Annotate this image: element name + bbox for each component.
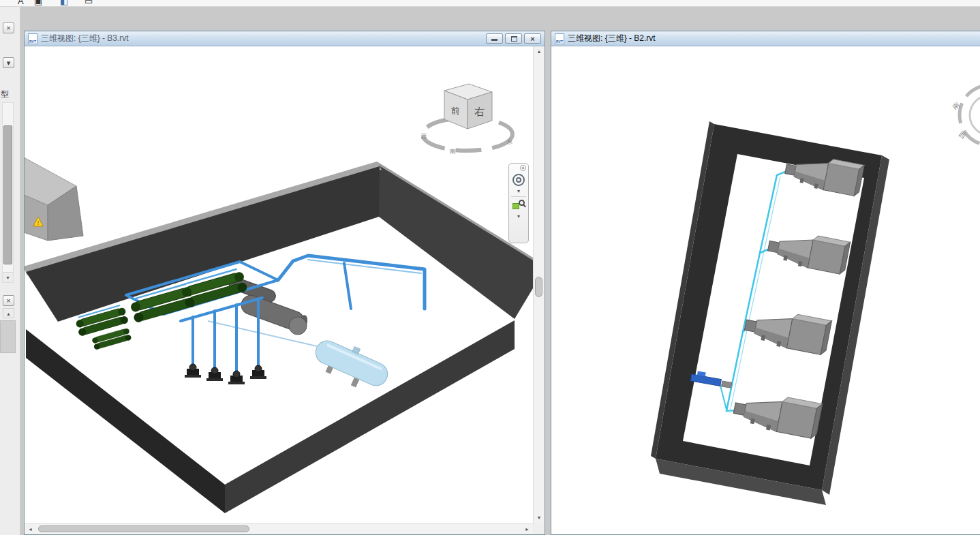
panel-close-button[interactable]: × [3, 295, 14, 306]
ribbon-bottom-strip: A ▣ ◧ ▭ [0, 0, 980, 7]
navigation-bar: ▾ ▾ [508, 163, 529, 243]
chevron-down-icon[interactable]: ▾ [517, 189, 520, 194]
rvt-file-icon: RVT [555, 33, 564, 44]
viewcube-right-label: 右 [474, 106, 485, 117]
window-title: 三维视图: {三维} - B3.rvt [41, 33, 129, 44]
room-walls [25, 162, 533, 322]
rail-scrollbar[interactable]: ▼ [2, 102, 14, 283]
pump [250, 365, 266, 379]
compass-west-label[interactable]: 西 [421, 133, 427, 140]
svg-text:!: ! [37, 219, 40, 226]
scrollbar-thumb[interactable] [3, 125, 12, 264]
vertical-scrollbar[interactable]: ▲ ▼ [533, 46, 545, 523]
section-icon[interactable]: ▭ [85, 0, 93, 6]
navbar-divider [511, 196, 526, 197]
chevron-down-icon[interactable]: ▾ [517, 214, 520, 219]
pump [185, 364, 201, 378]
viewcube-front-label: 前 [451, 106, 460, 116]
navbar-close-icon[interactable] [520, 165, 526, 171]
scroll-left-arrow[interactable]: ◄ [25, 524, 36, 534]
pump [228, 371, 245, 384]
steering-wheel-icon[interactable] [512, 174, 525, 186]
tank-sphere [289, 317, 307, 335]
maximize-button[interactable] [505, 33, 522, 44]
gray-plant-box: ! [25, 157, 83, 241]
panel-label-fragment: 型 [1, 89, 9, 100]
scrollbar-thumb[interactable] [535, 277, 542, 297]
scrollbar-thumb[interactable] [38, 525, 249, 532]
floor-slab [26, 320, 515, 513]
window-b3: RVT 三维视图: {三维} - B3.rvt × ! [24, 31, 545, 535]
b2-3d-viewport[interactable]: 南 西 [551, 46, 980, 534]
scroll-up-arrow[interactable]: ▲ [3, 308, 14, 318]
panel-fragment [0, 320, 16, 353]
viewcube-partial[interactable]: 南 西 [951, 85, 980, 145]
scroll-down-arrow[interactable]: ▼ [534, 513, 545, 523]
b3-3d-viewport[interactable]: ! [25, 46, 533, 523]
horizontal-scrollbar[interactable]: ◄ ► [25, 523, 533, 534]
text-tool-icon[interactable]: A [18, 0, 24, 6]
b3-client-area: ! [25, 46, 545, 534]
pump [206, 367, 223, 381]
window-b2: RVT 三维视图: {三维} - B2.rvt [551, 31, 980, 535]
window-title: 三维视图: {三维} - B2.rvt [568, 33, 656, 44]
compass-east-label[interactable]: 东 [506, 138, 513, 145]
type-dropdown-arrow[interactable]: ▾ [3, 57, 14, 68]
scroll-right-arrow[interactable]: ► [521, 524, 533, 534]
blue-tank [309, 333, 393, 397]
viewcube[interactable]: 前 右 西 南 东 [421, 84, 513, 155]
scroll-down-arrow[interactable]: ▼ [3, 272, 13, 282]
b2-client-area: 南 西 [551, 46, 980, 534]
rvt-file-icon: RVT [28, 33, 37, 44]
close-button[interactable]: × [524, 33, 541, 44]
component-icon[interactable]: ◧ [60, 0, 68, 6]
minimize-button[interactable] [486, 33, 503, 44]
scrollbar-corner [533, 523, 545, 534]
titlebar-b2[interactable]: RVT 三维视图: {三维} - B2.rvt [551, 31, 980, 46]
compass-south-label[interactable]: 南 [450, 148, 456, 155]
zoom-region-icon[interactable] [512, 200, 525, 211]
window-controls: × [486, 33, 541, 44]
scroll-up-arrow[interactable]: ▲ [534, 46, 545, 57]
clipboard-icon[interactable]: ▣ [34, 0, 42, 6]
left-dock-rail: × ▾ 型 ▼ × ▲ [0, 7, 20, 535]
maximize-icon [511, 36, 517, 42]
panel-close-button[interactable]: × [3, 22, 14, 33]
titlebar-b3[interactable]: RVT 三维视图: {三维} - B3.rvt × [25, 31, 545, 46]
minimize-icon [491, 39, 497, 41]
